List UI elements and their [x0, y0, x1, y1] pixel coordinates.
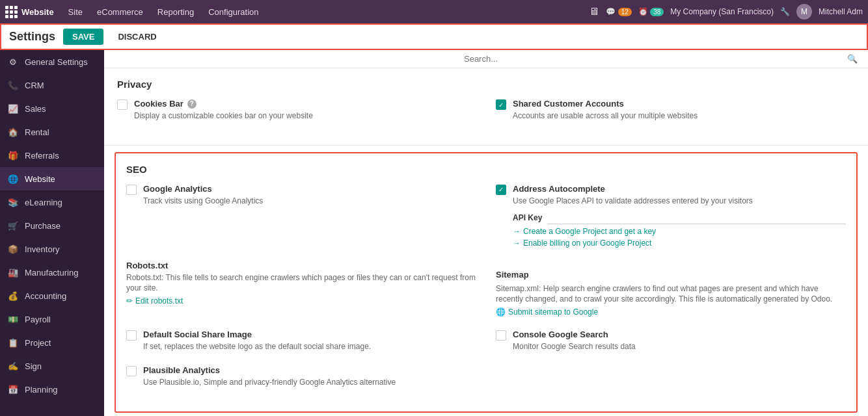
- accounting-icon: 💰: [7, 289, 20, 302]
- discard-button[interactable]: DISCARD: [111, 29, 163, 45]
- sales-icon: 📈: [7, 102, 20, 115]
- search-icon[interactable]: 🔍: [847, 54, 858, 64]
- sidebar-item-crm[interactable]: 📞 CRM: [0, 73, 104, 97]
- general-settings-icon: ⚙: [7, 55, 20, 68]
- app-logo[interactable]: Website: [5, 6, 54, 18]
- console-google-content: Console Google Search Monitor Google Sea…: [513, 330, 846, 352]
- sidebar-item-accounting[interactable]: 💰 Accounting: [0, 284, 104, 307]
- edit-robots-link[interactable]: ✏ Edit robots.txt: [126, 296, 476, 306]
- payroll-icon: 💵: [7, 313, 20, 326]
- sitemap-col: Sitemap Sitemap.xml: Help search engine …: [496, 261, 846, 317]
- save-button[interactable]: SAVE: [63, 29, 103, 45]
- default-social-checkbox[interactable]: [126, 330, 137, 341]
- top-nav: Website Site eCommerce Reporting Configu…: [0, 0, 868, 23]
- shared-accounts-label: Shared Customer Accounts: [513, 99, 855, 109]
- seo-row-3: Default Social Share Image If set, repla…: [126, 330, 846, 352]
- nav-configuration[interactable]: Configuration: [202, 5, 265, 20]
- sidebar-item-general-settings[interactable]: ⚙ General Settings: [0, 50, 104, 73]
- privacy-section: Privacy Cookies Bar ? Display a customiz…: [104, 68, 868, 146]
- sidebar-label-general-settings: General Settings: [25, 57, 88, 67]
- sidebar-item-sales[interactable]: 📈 Sales: [0, 97, 104, 120]
- shared-accounts-desc: Accounts are usable across all your mult…: [513, 110, 855, 122]
- sidebar-item-manufacturing[interactable]: 🏭 Manufacturing: [0, 261, 104, 284]
- nav-ecommerce[interactable]: eCommerce: [90, 5, 150, 20]
- shared-accounts-checkbox[interactable]: ✓: [496, 99, 506, 110]
- settings-header: Settings SAVE DISCARD: [0, 23, 868, 50]
- create-project-link[interactable]: → Create a Google Project and get a key: [513, 227, 846, 236]
- cookies-bar-desc: Display a customizable cookies bar on yo…: [134, 110, 476, 122]
- robots-txt-col: Robots.txt Robots.txt: This file tells t…: [126, 261, 476, 317]
- sidebar-label-sign: Sign: [25, 361, 42, 371]
- manufacturing-icon: 🏭: [7, 266, 20, 279]
- settings-icon[interactable]: 🔧: [780, 7, 790, 16]
- search-input[interactable]: [115, 54, 847, 64]
- sidebar-item-purchase[interactable]: 🛒 Purchase: [0, 214, 104, 237]
- nav-items: Site eCommerce Reporting Configuration: [62, 5, 265, 20]
- sidebar-item-inventory[interactable]: 📦 Inventory: [0, 237, 104, 261]
- nav-reporting[interactable]: Reporting: [151, 5, 200, 20]
- user-avatar[interactable]: M: [796, 4, 812, 20]
- seo-section: SEO Google Analytics Track visits using …: [115, 152, 858, 413]
- sidebar-label-payroll: Payroll: [25, 315, 51, 324]
- address-autocomplete-checkbox[interactable]: ✓: [496, 185, 506, 195]
- sidebar-label-sales: Sales: [25, 104, 46, 114]
- privacy-title: Privacy: [117, 79, 855, 90]
- arrow-icon-2: →: [513, 239, 521, 248]
- sidebar-item-sign[interactable]: ✍ Sign: [0, 354, 104, 378]
- api-key-input[interactable]: [547, 212, 846, 224]
- cookies-bar-help-icon[interactable]: ?: [187, 99, 197, 109]
- support-icon[interactable]: 🖥: [589, 6, 599, 18]
- enable-billing-link[interactable]: → Enable billing on your Google Project: [513, 239, 846, 248]
- cookies-bar-content: Cookies Bar ? Display a customizable coo…: [134, 99, 476, 122]
- planning-icon: 📅: [7, 383, 20, 396]
- cookies-bar-label: Cookies Bar ?: [134, 99, 476, 109]
- sidebar-item-website[interactable]: 🌐 Website: [0, 167, 104, 190]
- default-social-label: Default Social Share Image: [143, 330, 476, 339]
- cookies-bar-checkbox[interactable]: [117, 99, 128, 110]
- plausible-content: Plausible Analytics Use Plausible.io, Si…: [143, 365, 476, 388]
- shared-accounts-content: Shared Customer Accounts Accounts are us…: [513, 99, 855, 122]
- plausible-checkbox[interactable]: [126, 366, 137, 376]
- topnav-right: 🖥 💬 12 ⏰ 38 My Company (San Francisco) 🔧…: [589, 4, 863, 20]
- sidebar-item-payroll[interactable]: 💵 Payroll: [0, 307, 104, 331]
- default-social-desc: If set, replaces the website logo as the…: [143, 341, 476, 352]
- robots-txt-desc: Robots.txt: This file tells to search en…: [126, 272, 476, 294]
- console-google-label: Console Google Search: [513, 330, 846, 339]
- submit-sitemap-link[interactable]: 🌐 Submit sitemap to Google: [496, 307, 846, 317]
- sidebar-item-rental[interactable]: 🏠 Rental: [0, 120, 104, 144]
- search-bar: 🔍: [104, 50, 868, 68]
- purchase-icon: 🛒: [7, 219, 20, 232]
- robots-txt-content: Robots.txt Robots.txt: This file tells t…: [126, 261, 476, 306]
- default-social-col: Default Social Share Image If set, repla…: [126, 330, 476, 352]
- alerts-icon[interactable]: ⏰ 38: [638, 7, 664, 16]
- sidebar-item-referrals[interactable]: 🎁 Referrals: [0, 144, 104, 167]
- robots-txt-label: Robots.txt: [126, 261, 476, 270]
- empty-col: [496, 365, 846, 388]
- sidebar-label-referrals: Referrals: [25, 151, 59, 161]
- user-name: Mitchell Adm: [819, 7, 863, 16]
- sidebar: ⚙ General Settings 📞 CRM 📈 Sales 🏠 Renta…: [0, 50, 104, 416]
- console-google-checkbox[interactable]: [496, 330, 506, 341]
- arrow-icon: →: [513, 227, 521, 236]
- sidebar-item-planning[interactable]: 📅 Planning: [0, 378, 104, 401]
- messages-icon[interactable]: 💬 12: [606, 7, 631, 16]
- sidebar-label-purchase: Purchase: [25, 221, 61, 231]
- seo-title: SEO: [126, 164, 846, 175]
- address-autocomplete-label: Address Autocomplete: [513, 184, 846, 194]
- plausible-label: Plausible Analytics: [143, 365, 476, 375]
- google-analytics-col: Google Analytics Track visits using Goog…: [126, 184, 476, 248]
- rental-icon: 🏠: [7, 125, 20, 138]
- sitemap-content: Sitemap Sitemap.xml: Help search engine …: [496, 261, 846, 317]
- website-icon: 🌐: [7, 172, 20, 185]
- settings-title: Settings: [9, 30, 55, 44]
- sidebar-item-project[interactable]: 📋 Project: [0, 331, 104, 354]
- nav-site[interactable]: Site: [62, 5, 89, 20]
- sidebar-item-elearning[interactable]: 📚 eLearning: [0, 190, 104, 214]
- app-name: Website: [21, 7, 54, 17]
- console-google-desc: Monitor Google Search results data: [513, 341, 846, 352]
- crm-icon: 📞: [7, 79, 20, 92]
- plausible-desc: Use Plausible.io, Simple and privacy-fri…: [143, 377, 476, 388]
- google-analytics-checkbox[interactable]: [126, 185, 137, 195]
- apps-grid-icon[interactable]: [5, 6, 18, 18]
- inventory-icon: 📦: [7, 242, 20, 255]
